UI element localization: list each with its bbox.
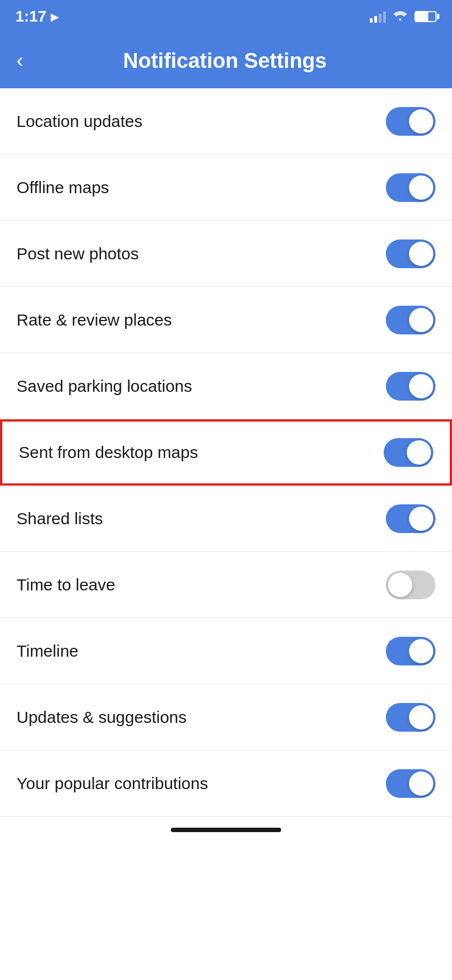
setting-label: Updates & suggestions [17, 708, 187, 727]
setting-label: Saved parking locations [17, 377, 192, 396]
back-button[interactable]: ‹ [17, 51, 23, 71]
toggle-switch[interactable] [386, 173, 435, 202]
settings-list: Location updatesOffline mapsPost new pho… [0, 88, 452, 817]
toggle-knob [388, 573, 412, 597]
status-time: 1:17 [15, 8, 46, 25]
setting-label: Sent from desktop maps [19, 443, 198, 462]
setting-item: Time to leave [0, 552, 452, 618]
toggle-knob [409, 242, 433, 266]
setting-item: Shared lists [0, 486, 452, 552]
setting-label: Time to leave [17, 576, 115, 594]
setting-label: Shared lists [17, 509, 103, 528]
toggle-knob [409, 771, 433, 796]
toggle-knob [409, 705, 433, 729]
toggle-switch[interactable] [384, 438, 433, 467]
toggle-knob [407, 440, 431, 465]
setting-label: Location updates [17, 112, 143, 131]
setting-item: Timeline [0, 618, 452, 684]
toggle-knob [409, 374, 433, 398]
setting-item: Your popular contributions [0, 750, 452, 817]
toggle-switch[interactable] [386, 571, 435, 599]
status-right [370, 9, 437, 24]
wifi-icon [392, 9, 408, 24]
toggle-switch[interactable] [386, 769, 435, 798]
toggle-switch[interactable] [386, 372, 435, 401]
setting-item: Post new photos [0, 221, 452, 287]
battery-icon [415, 11, 437, 22]
toggle-switch[interactable] [386, 107, 435, 136]
page-title: Notification Settings [34, 49, 416, 73]
setting-label: Your popular contributions [17, 774, 208, 793]
setting-item: Rate & review places [0, 287, 452, 353]
setting-item: Offline maps [0, 155, 452, 221]
toggle-knob [409, 507, 433, 531]
toggle-knob [409, 175, 433, 200]
header: ‹ Notification Settings [0, 33, 452, 88]
toggle-knob [409, 639, 433, 663]
setting-item: Location updates [0, 88, 452, 155]
toggle-knob [409, 109, 433, 134]
toggle-switch[interactable] [386, 239, 435, 268]
status-bar: 1:17 ▶ [0, 0, 452, 33]
setting-label: Timeline [17, 642, 78, 661]
setting-item: Updates & suggestions [0, 684, 452, 750]
home-indicator [0, 817, 452, 841]
setting-item: Sent from desktop maps [0, 419, 452, 486]
toggle-switch[interactable] [386, 703, 435, 732]
status-left: 1:17 ▶ [15, 8, 58, 25]
toggle-switch[interactable] [386, 637, 435, 665]
setting-label: Post new photos [17, 244, 139, 263]
setting-item: Saved parking locations [0, 353, 452, 419]
signal-icon [370, 10, 386, 23]
toggle-switch[interactable] [386, 504, 435, 533]
location-arrow-icon: ▶ [51, 11, 58, 23]
setting-label: Rate & review places [17, 311, 172, 329]
setting-label: Offline maps [17, 178, 109, 197]
toggle-knob [409, 308, 433, 332]
toggle-switch[interactable] [386, 306, 435, 334]
home-bar [171, 828, 281, 832]
